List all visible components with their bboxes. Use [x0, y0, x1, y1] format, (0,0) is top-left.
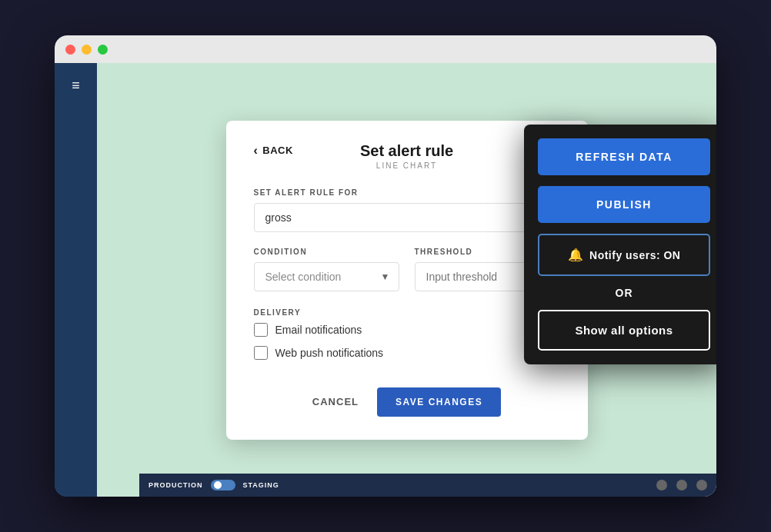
alert-rule-for-section: SET ALERT RULE FOR	[254, 188, 560, 232]
staging-label: STAGING	[243, 481, 279, 489]
settings-icon[interactable]	[656, 480, 667, 490]
email-notification-checkbox[interactable]	[254, 323, 268, 337]
bell-icon: 🔔	[568, 248, 584, 262]
or-divider: OR	[538, 287, 710, 299]
email-notification-item[interactable]: Email notifications	[254, 323, 560, 337]
condition-threshold-row: CONDITION Select condition ▼ THRESHOLD	[254, 248, 560, 291]
close-button[interactable]	[65, 45, 75, 55]
modal-title-block: Set alert rule LINE CHART	[360, 142, 453, 170]
back-label: BACK	[262, 145, 293, 156]
web-push-notification-item[interactable]: Web push notifications	[254, 346, 560, 360]
toggle-thumb	[214, 481, 222, 489]
show-all-options-button[interactable]: Show all options	[538, 310, 710, 351]
notify-label: Notify users: ON	[589, 249, 680, 261]
email-notification-label: Email notifications	[275, 324, 362, 336]
notify-users-button[interactable]: 🔔 Notify users: ON	[538, 234, 710, 276]
bottom-bar: PRODUCTION STAGING	[139, 474, 716, 497]
env-toggle[interactable]	[211, 480, 235, 490]
back-arrow-icon: ‹	[254, 144, 259, 158]
production-label: PRODUCTION	[149, 481, 203, 489]
delivery-section: DELIVERY Email notifications Web push no…	[254, 308, 560, 360]
condition-col: CONDITION Select condition ▼	[254, 248, 399, 291]
view-icon[interactable]	[696, 480, 707, 490]
minimize-button[interactable]	[82, 45, 92, 55]
condition-select-wrapper: Select condition ▼	[254, 262, 399, 291]
refresh-data-button[interactable]: REFRESH DATA	[538, 138, 710, 175]
delivery-label: DELIVERY	[254, 308, 560, 317]
save-changes-button[interactable]: SAVE CHANGES	[377, 387, 501, 417]
browser-content: ≡ ‹ BACK Set alert rule LINE CHART	[55, 63, 716, 497]
maximize-button[interactable]	[98, 45, 108, 55]
web-push-notification-label: Web push notifications	[275, 347, 384, 359]
web-push-notification-checkbox[interactable]	[254, 346, 268, 360]
modal-footer: CANCEL SAVE CHANGES	[254, 387, 560, 417]
modal-subtitle: LINE CHART	[360, 161, 453, 170]
alert-rule-for-label: SET ALERT RULE FOR	[254, 188, 560, 197]
publish-button[interactable]: PUBLISH	[538, 186, 710, 223]
edit-icon[interactable]	[676, 480, 687, 490]
cancel-button[interactable]: CANCEL	[312, 396, 359, 407]
condition-select[interactable]: Select condition	[254, 262, 399, 291]
titlebar	[55, 35, 716, 63]
hamburger-icon[interactable]: ≡	[72, 78, 80, 92]
modal-title: Set alert rule	[360, 142, 453, 160]
condition-label: CONDITION	[254, 248, 399, 256]
browser-window: ≡ ‹ BACK Set alert rule LINE CHART	[55, 35, 716, 497]
dropdown-panel: REFRESH DATA PUBLISH 🔔 Notify users: ON …	[524, 125, 716, 364]
bottom-right-icons	[656, 480, 707, 490]
alert-rule-for-input[interactable]	[254, 203, 560, 232]
sidebar: ≡	[55, 63, 97, 497]
